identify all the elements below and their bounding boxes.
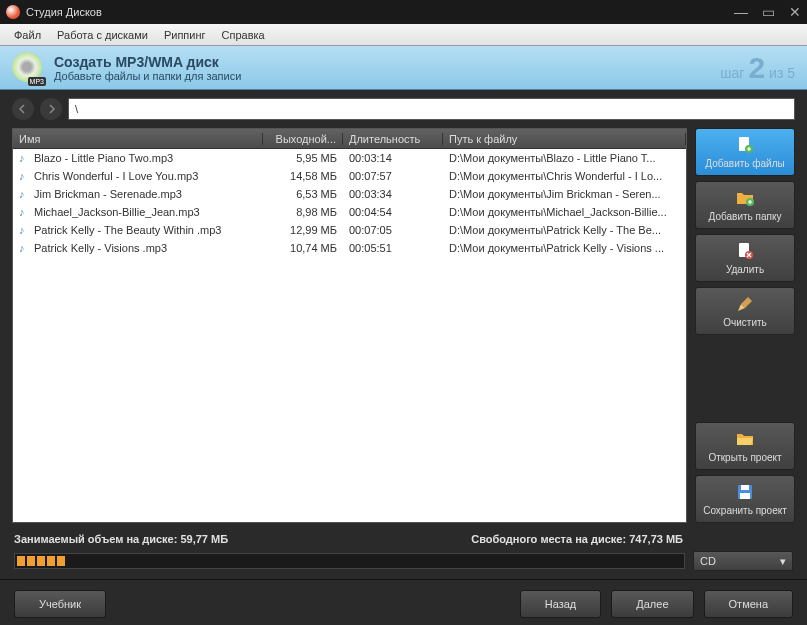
menubar: Файл Работа с дисками Риппинг Справка xyxy=(0,24,807,46)
footer: Учебник Назад Далее Отмена xyxy=(0,579,807,625)
col-size[interactable]: Выходной... xyxy=(263,133,343,145)
window-controls: — ▭ ✕ xyxy=(734,4,801,20)
menu-discs[interactable]: Работа с дисками xyxy=(49,26,156,44)
save-project-button[interactable]: Сохранить проект xyxy=(695,475,795,523)
col-path[interactable]: Путь к файлу xyxy=(443,133,686,145)
table-row[interactable]: ♪Blazo - Little Piano Two.mp35,95 МБ00:0… xyxy=(13,149,686,167)
delete-button[interactable]: Удалить xyxy=(695,234,795,282)
page-subtitle: Добавьте файлы и папки для записи xyxy=(54,70,241,82)
add-folder-button[interactable]: Добавить папку xyxy=(695,181,795,229)
close-icon[interactable]: ✕ xyxy=(789,4,801,20)
music-file-icon: ♪ xyxy=(19,170,31,182)
music-file-icon: ♪ xyxy=(19,224,31,236)
sidebar: Добавить файлы Добавить папку Удалить Оч… xyxy=(695,128,795,523)
app-title: Студия Дисков xyxy=(26,6,102,18)
delete-icon xyxy=(735,241,755,261)
music-file-icon: ♪ xyxy=(19,206,31,218)
folder-icon xyxy=(735,188,755,208)
menu-file[interactable]: Файл xyxy=(6,26,49,44)
svg-rect-6 xyxy=(741,485,749,490)
music-file-icon: ♪ xyxy=(19,188,31,200)
column-headers: Имя Выходной... Длительность Путь к файл… xyxy=(13,129,686,149)
file-list-panel: Имя Выходной... Длительность Путь к файл… xyxy=(12,128,687,523)
next-button[interactable]: Далее xyxy=(611,590,693,618)
capacity-row: CD ▾ xyxy=(0,549,807,579)
col-duration[interactable]: Длительность xyxy=(343,133,443,145)
menu-help[interactable]: Справка xyxy=(214,26,273,44)
minimize-icon[interactable]: — xyxy=(734,4,748,20)
disc-icon: MP3 xyxy=(12,52,44,84)
open-project-button[interactable]: Открыть проект xyxy=(695,422,795,470)
svg-rect-7 xyxy=(740,493,750,499)
app-icon xyxy=(6,5,20,19)
step-indicator: шаг 2 из 5 xyxy=(720,51,795,85)
nav-forward-button[interactable] xyxy=(40,98,62,120)
back-button[interactable]: Назад xyxy=(520,590,602,618)
nav-back-button[interactable] xyxy=(12,98,34,120)
page-title: Создать MP3/WMA диск xyxy=(54,54,241,70)
broom-icon xyxy=(735,294,755,314)
file-rows[interactable]: ♪Blazo - Little Piano Two.mp35,95 МБ00:0… xyxy=(13,149,686,522)
free-space: Свободного места на диске: 747,73 МБ xyxy=(471,533,683,545)
add-files-button[interactable]: Добавить файлы xyxy=(695,128,795,176)
used-space: Занимаемый объем на диске: 59,77 МБ xyxy=(14,533,228,545)
status-bar: Занимаемый объем на диске: 59,77 МБ Своб… xyxy=(0,529,807,549)
clear-button[interactable]: Очистить xyxy=(695,287,795,335)
header-text: Создать MP3/WMA диск Добавьте файлы и па… xyxy=(54,54,241,82)
chevron-down-icon: ▾ xyxy=(780,555,786,568)
open-folder-icon xyxy=(735,429,755,449)
titlebar: Студия Дисков — ▭ ✕ xyxy=(0,0,807,24)
music-file-icon: ♪ xyxy=(19,152,31,164)
table-row[interactable]: ♪Michael_Jackson-Billie_Jean.mp38,98 МБ0… xyxy=(13,203,686,221)
capacity-meter xyxy=(14,553,685,569)
drive-select[interactable]: CD ▾ xyxy=(693,551,793,571)
path-input[interactable] xyxy=(68,98,795,120)
table-row[interactable]: ♪Chris Wonderful - I Love You.mp314,58 М… xyxy=(13,167,686,185)
path-nav xyxy=(0,90,807,128)
cancel-button[interactable]: Отмена xyxy=(704,590,793,618)
music-file-icon: ♪ xyxy=(19,242,31,254)
table-row[interactable]: ♪Jim Brickman - Serenade.mp36,53 МБ00:03… xyxy=(13,185,686,203)
table-row[interactable]: ♪Patrick Kelly - The Beauty Within .mp31… xyxy=(13,221,686,239)
maximize-icon[interactable]: ▭ xyxy=(762,4,775,20)
tutorial-button[interactable]: Учебник xyxy=(14,590,106,618)
wizard-header: MP3 Создать MP3/WMA диск Добавьте файлы … xyxy=(0,46,807,90)
add-file-icon xyxy=(735,135,755,155)
table-row[interactable]: ♪Patrick Kelly - Visions .mp310,74 МБ00:… xyxy=(13,239,686,257)
col-name[interactable]: Имя xyxy=(13,133,263,145)
menu-ripping[interactable]: Риппинг xyxy=(156,26,214,44)
save-icon xyxy=(735,482,755,502)
